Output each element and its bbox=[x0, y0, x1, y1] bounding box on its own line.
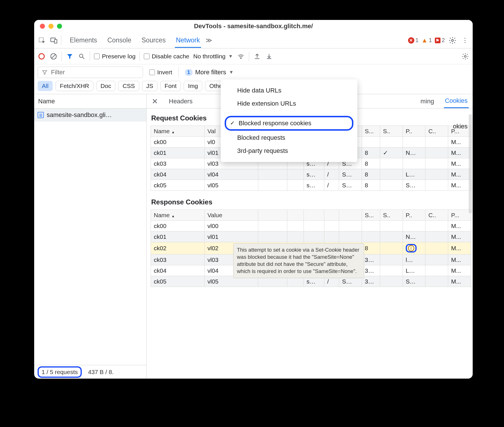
col-header[interactable]: S.. bbox=[380, 210, 403, 221]
panel-tabs-row: Elements Console Sources Network ≫ ✕1 ▲1… bbox=[34, 32, 473, 48]
tab-timing[interactable]: ming bbox=[419, 95, 435, 108]
svg-point-9 bbox=[464, 55, 466, 57]
partial-label: okies bbox=[453, 123, 468, 130]
request-row[interactable]: samesite-sandbox.gli… bbox=[34, 108, 146, 122]
kebab-menu-icon[interactable]: ⋮ bbox=[460, 36, 470, 45]
response-cookies-heading: Response Cookies bbox=[147, 192, 473, 210]
name-column-header[interactable]: Name bbox=[34, 94, 146, 108]
tab-console[interactable]: Console bbox=[106, 33, 132, 48]
filter-input[interactable]: Filter bbox=[38, 67, 143, 78]
col-header[interactable]: Value bbox=[204, 210, 258, 221]
more-tabs-icon[interactable]: ≫ bbox=[206, 37, 212, 44]
inspect-icon[interactable] bbox=[37, 36, 47, 45]
col-header[interactable] bbox=[339, 210, 362, 221]
import-har-icon[interactable] bbox=[265, 52, 273, 60]
type-chip-img[interactable]: Img bbox=[184, 81, 202, 91]
devtools-window: DevTools - samesite-sandbox.glitch.me/ E… bbox=[34, 20, 473, 379]
svg-line-5 bbox=[52, 54, 56, 58]
cookie-info-highlight: i bbox=[406, 244, 417, 252]
type-chip-all[interactable]: All bbox=[38, 81, 53, 91]
network-settings-gear-icon[interactable] bbox=[461, 52, 469, 60]
info-icon[interactable]: i bbox=[408, 245, 414, 251]
filter-placeholder: Filter bbox=[51, 69, 65, 76]
minimize-window-icon[interactable] bbox=[48, 24, 54, 29]
tab-elements[interactable]: Elements bbox=[69, 33, 98, 48]
network-conditions-icon[interactable] bbox=[237, 52, 245, 60]
warning-count[interactable]: ▲1 bbox=[421, 37, 432, 44]
settings-gear-icon[interactable] bbox=[448, 36, 457, 45]
col-header[interactable] bbox=[304, 210, 324, 221]
svg-line-7 bbox=[83, 57, 84, 59]
filter-toggle-icon[interactable] bbox=[66, 52, 74, 60]
table-row[interactable]: ck05vl05s…/S…8S…M... bbox=[151, 180, 471, 191]
svg-rect-2 bbox=[54, 39, 57, 43]
search-icon[interactable] bbox=[78, 52, 86, 60]
col-header[interactable] bbox=[258, 210, 287, 221]
table-row[interactable]: ck04vl04s…/S…8L…M... bbox=[151, 169, 471, 180]
col-header[interactable]: Name▲ bbox=[151, 210, 205, 221]
preserve-log-checkbox[interactable]: Preserve log bbox=[94, 53, 136, 60]
more-filters-dropdown[interactable]: 1 More filters ▼ bbox=[185, 69, 234, 76]
transfer-summary: 437 B / 8. bbox=[88, 369, 114, 375]
scrollbar[interactable] bbox=[469, 114, 472, 362]
close-window-icon[interactable] bbox=[40, 24, 45, 29]
col-header[interactable]: P.. bbox=[403, 126, 425, 137]
close-detail-icon[interactable]: ✕ bbox=[151, 95, 159, 108]
export-har-icon[interactable] bbox=[253, 52, 261, 60]
filter-option-blocked-response-cookies[interactable]: Blocked response cookies bbox=[225, 116, 353, 131]
filter-option-hide-data-urls[interactable]: Hide data URLs bbox=[221, 84, 357, 97]
col-header[interactable]: S... bbox=[362, 126, 380, 137]
record-icon[interactable] bbox=[38, 52, 46, 60]
filters-count-badge: 1 bbox=[185, 69, 192, 76]
tab-sources[interactable]: Sources bbox=[140, 33, 167, 48]
clear-icon[interactable] bbox=[50, 52, 58, 60]
window-controls bbox=[34, 24, 62, 29]
filter-option--rd-party-requests[interactable]: 3rd-party requests bbox=[221, 144, 357, 157]
col-header[interactable] bbox=[287, 210, 304, 221]
type-chip-css[interactable]: CSS bbox=[118, 81, 139, 91]
col-header[interactable]: Name▲ bbox=[151, 126, 205, 137]
disable-cache-checkbox[interactable]: Disable cache bbox=[144, 53, 189, 60]
status-bar: 1 / 5 requests 437 B / 8. bbox=[34, 365, 146, 379]
document-icon bbox=[38, 112, 44, 118]
tab-headers[interactable]: Headers bbox=[168, 95, 194, 108]
panel-tabs: Elements Console Sources Network bbox=[69, 33, 201, 48]
zoom-window-icon[interactable] bbox=[57, 24, 62, 29]
col-header[interactable]: P.. bbox=[403, 210, 425, 221]
type-chip-doc[interactable]: Doc bbox=[96, 81, 115, 91]
invert-checkbox[interactable]: Invert bbox=[149, 69, 172, 76]
col-header[interactable]: S.. bbox=[380, 126, 403, 137]
col-header[interactable]: S... bbox=[362, 210, 380, 221]
filter-row: Filter Invert 1 More filters ▼ bbox=[34, 64, 473, 80]
window-title: DevTools - samesite-sandbox.glitch.me/ bbox=[34, 22, 473, 30]
svg-point-3 bbox=[452, 39, 454, 41]
col-header[interactable]: C.. bbox=[425, 126, 448, 137]
network-toolbar: Preserve log Disable cache No throttling… bbox=[34, 48, 473, 64]
more-filters-menu: Hide data URLsHide extension URLsBlocked… bbox=[221, 79, 357, 162]
svg-point-8 bbox=[240, 58, 241, 58]
tab-cookies[interactable]: Cookies bbox=[444, 94, 469, 108]
divider bbox=[61, 36, 61, 45]
request-name: samesite-sandbox.gli… bbox=[47, 111, 112, 119]
col-header[interactable] bbox=[324, 210, 339, 221]
tab-network[interactable]: Network bbox=[175, 33, 201, 48]
col-header[interactable]: C.. bbox=[425, 210, 448, 221]
type-chip-font[interactable]: Font bbox=[160, 81, 181, 91]
col-header[interactable]: P... bbox=[448, 210, 471, 221]
issues-count[interactable]: ⚑2 bbox=[435, 37, 445, 44]
table-row[interactable]: ck00vl00M... bbox=[151, 221, 471, 231]
table-row[interactable]: ck01vl01N…M... bbox=[151, 231, 471, 242]
error-count[interactable]: ✕1 bbox=[408, 37, 419, 44]
type-chip-js[interactable]: JS bbox=[142, 81, 158, 91]
device-toolbar-icon[interactable] bbox=[49, 36, 59, 45]
filter-option-blocked-requests[interactable]: Blocked requests bbox=[221, 131, 357, 144]
titlebar: DevTools - samesite-sandbox.glitch.me/ bbox=[34, 20, 473, 32]
requests-summary: 1 / 5 requests bbox=[38, 366, 82, 378]
request-detail-pane: ✕ Headers ming Cookies Request Cookies N… bbox=[147, 94, 473, 379]
cookie-blocked-tooltip: This attempt to set a cookie via a Set-C… bbox=[233, 243, 364, 278]
throttling-select[interactable]: No throttling▼ bbox=[193, 53, 233, 60]
svg-point-6 bbox=[79, 54, 83, 58]
type-chip-fetch-xhr[interactable]: Fetch/XHR bbox=[56, 81, 93, 91]
requests-list-pane: Name samesite-sandbox.gli… 1 / 5 request… bbox=[34, 94, 147, 379]
filter-option-hide-extension-urls[interactable]: Hide extension URLs bbox=[221, 97, 357, 110]
